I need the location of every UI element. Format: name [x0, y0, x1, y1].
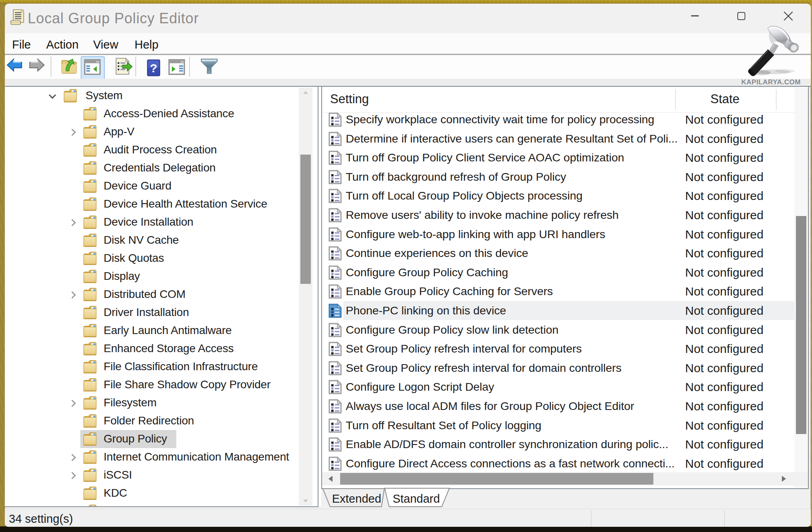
svg-text:?: ? — [150, 61, 157, 75]
